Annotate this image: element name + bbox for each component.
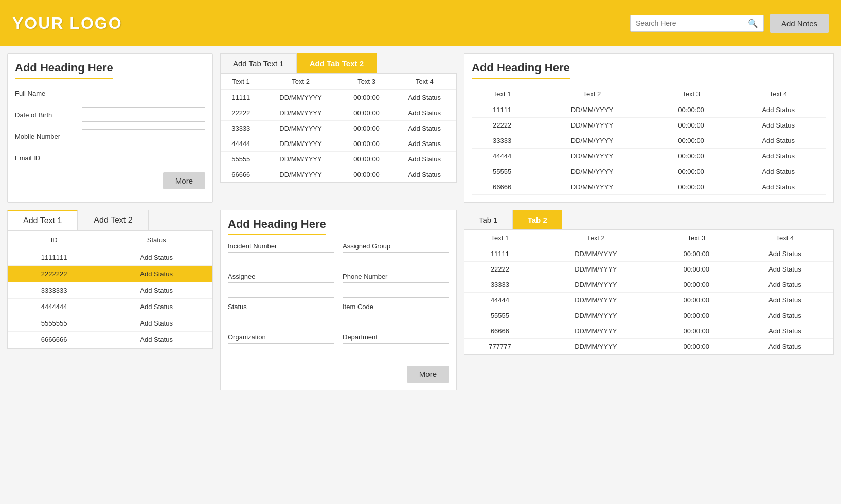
table-row[interactable]: 22222DD/MM/YYYY00:00:00Add Status (472, 118, 826, 133)
mobile-input[interactable] (82, 129, 205, 143)
main-content: Add Heading Here Full Name Date of Birth… (0, 46, 841, 398)
table-cell: 11111 (464, 246, 535, 262)
input-phone-number[interactable] (343, 282, 449, 298)
top-middle-table-scroll[interactable]: Text 1 Text 2 Text 3 Text 4 11111DD/MM/Y… (221, 74, 456, 182)
top-middle-tab-content: Text 1 Text 2 Text 3 Text 4 11111DD/MM/Y… (220, 73, 457, 183)
field-department: Department (343, 333, 449, 358)
table-row[interactable]: 66666DD/MM/YYYY00:00:00Add Status (221, 167, 456, 183)
tab-text-1[interactable]: Add Tab Text 1 (220, 53, 297, 73)
label-status: Status (228, 303, 334, 311)
table-cell: Add Status (393, 105, 456, 121)
table-cell: 11111 (472, 102, 532, 118)
fullname-input[interactable] (82, 86, 205, 100)
table-cell: DD/MM/YYYY (532, 179, 652, 195)
tab-add-text-2[interactable]: Add Text 2 (78, 210, 148, 230)
input-incident-number[interactable] (228, 252, 334, 267)
table-row[interactable]: 33333DD/MM/YYYY00:00:00Add Status (472, 133, 826, 149)
table-row[interactable]: 22222DD/MM/YYYY00:00:00Add Status (221, 105, 456, 121)
table-row[interactable]: 66666DD/MM/YYYY00:00:00Add Status (464, 323, 833, 339)
add-notes-button[interactable]: Add Notes (770, 14, 829, 33)
table-row[interactable]: 11111DD/MM/YYYY00:00:00Add Status (221, 90, 456, 105)
bottom-middle-form-grid: Incident Number Assigned Group Assignee … (228, 242, 449, 358)
bottom-middle-more-button[interactable]: More (407, 366, 449, 383)
table-row[interactable]: 33333DD/MM/YYYY00:00:00Add Status (464, 277, 833, 293)
table-cell: 00:00:00 (652, 149, 731, 164)
table-row[interactable]: 55555DD/MM/YYYY00:00:00Add Status (464, 308, 833, 323)
table-row[interactable]: 777777DD/MM/YYYY00:00:00Add Status (464, 339, 833, 354)
tab-add-text-1[interactable]: Add Text 1 (7, 210, 78, 230)
top-right-heading: Add Heading Here (472, 61, 570, 79)
table-cell: 00:00:00 (340, 136, 392, 152)
search-input[interactable] (636, 19, 748, 27)
table-cell: DD/MM/YYYY (535, 262, 656, 277)
field-phone-number: Phone Number (343, 273, 449, 298)
table-row[interactable]: 55555DD/MM/YYYY00:00:00Add Status (221, 152, 456, 167)
table-cell: 00:00:00 (656, 277, 737, 293)
table-cell: Add Status (737, 262, 833, 277)
table-row[interactable]: 5555555Add Status (8, 315, 212, 332)
table-cell: 33333 (221, 121, 261, 136)
table-row[interactable]: 2222222Add Status (8, 266, 212, 282)
form-row-mobile: Mobile Number (15, 129, 205, 143)
table-row[interactable]: 11111DD/MM/YYYY00:00:00Add Status (472, 102, 826, 118)
table-cell: 00:00:00 (656, 323, 737, 339)
table-row[interactable]: 22222DD/MM/YYYY00:00:00Add Status (464, 262, 833, 277)
input-organization[interactable] (228, 343, 334, 358)
label-assigned-group: Assigned Group (343, 242, 449, 250)
input-assigned-group[interactable] (343, 252, 449, 267)
table-cell: 3333333 (8, 282, 100, 299)
col-text1: Text 1 (221, 74, 261, 90)
table-cell: 55555 (221, 152, 261, 167)
table-cell: 00:00:00 (656, 293, 737, 308)
search-box[interactable]: 🔍 (630, 15, 764, 32)
table-cell: DD/MM/YYYY (261, 152, 341, 167)
tr-col1: Text 1 (472, 86, 532, 102)
input-status[interactable] (228, 313, 334, 328)
dob-input[interactable] (82, 107, 205, 122)
tab-1[interactable]: Tab 1 (464, 210, 513, 229)
table-row[interactable]: 6666666Add Status (8, 332, 212, 348)
table-cell: 44444 (464, 293, 535, 308)
table-row[interactable]: 44444DD/MM/YYYY00:00:00Add Status (464, 293, 833, 308)
top-right-scroll[interactable]: Text 1 Text 2 Text 3 Text 4 11111DD/MM/Y… (472, 86, 826, 195)
table-row[interactable]: 11111DD/MM/YYYY00:00:00Add Status (464, 246, 833, 262)
label-assignee: Assignee (228, 273, 334, 280)
table-cell: DD/MM/YYYY (532, 133, 652, 149)
input-item-code[interactable] (343, 313, 449, 328)
input-assignee[interactable] (228, 282, 334, 298)
tab-2[interactable]: Tab 2 (513, 210, 562, 229)
table-cell: 00:00:00 (340, 105, 392, 121)
table-row[interactable]: 44444DD/MM/YYYY00:00:00Add Status (221, 136, 456, 152)
table-cell: Add Status (730, 118, 826, 133)
top-left-more-button[interactable]: More (163, 172, 205, 189)
table-cell: Add Status (100, 249, 212, 266)
table-cell: 00:00:00 (340, 90, 392, 105)
input-department[interactable] (343, 343, 449, 358)
table-cell: DD/MM/YYYY (261, 105, 341, 121)
table-cell: 00:00:00 (656, 308, 737, 323)
table-row[interactable]: 4444444Add Status (8, 299, 212, 315)
table-row[interactable]: 3333333Add Status (8, 282, 212, 299)
field-assigned-group: Assigned Group (343, 242, 449, 267)
tr-col2: Text 2 (532, 86, 652, 102)
bottom-left-tab-bar: Add Text 1 Add Text 2 (7, 210, 213, 230)
table-cell: 00:00:00 (340, 121, 392, 136)
bottom-right-scroll[interactable]: Text 1 Text 2 Text 3 Text 4 11111DD/MM/Y… (464, 230, 833, 354)
table-row[interactable]: 66666DD/MM/YYYY00:00:00Add Status (472, 179, 826, 195)
table-cell: DD/MM/YYYY (261, 167, 341, 183)
table-row[interactable]: 1111111Add Status (8, 249, 212, 266)
tab-text-2[interactable]: Add Tab Text 2 (297, 53, 377, 73)
table-cell: DD/MM/YYYY (535, 323, 656, 339)
bottom-left-table: ID Status 1111111Add Status2222222Add St… (8, 231, 212, 348)
bl-col-id: ID (8, 231, 100, 249)
fullname-label: Full Name (15, 89, 82, 97)
bottom-left-scroll[interactable]: ID Status 1111111Add Status2222222Add St… (8, 231, 212, 348)
table-cell: Add Status (737, 339, 833, 354)
table-row[interactable]: 55555DD/MM/YYYY00:00:00Add Status (472, 164, 826, 179)
table-cell: DD/MM/YYYY (532, 118, 652, 133)
email-input[interactable] (82, 151, 205, 165)
table-row[interactable]: 44444DD/MM/YYYY00:00:00Add Status (472, 149, 826, 164)
table-cell: Add Status (393, 90, 456, 105)
table-row[interactable]: 33333DD/MM/YYYY00:00:00Add Status (221, 121, 456, 136)
br-col2: Text 2 (535, 230, 656, 246)
